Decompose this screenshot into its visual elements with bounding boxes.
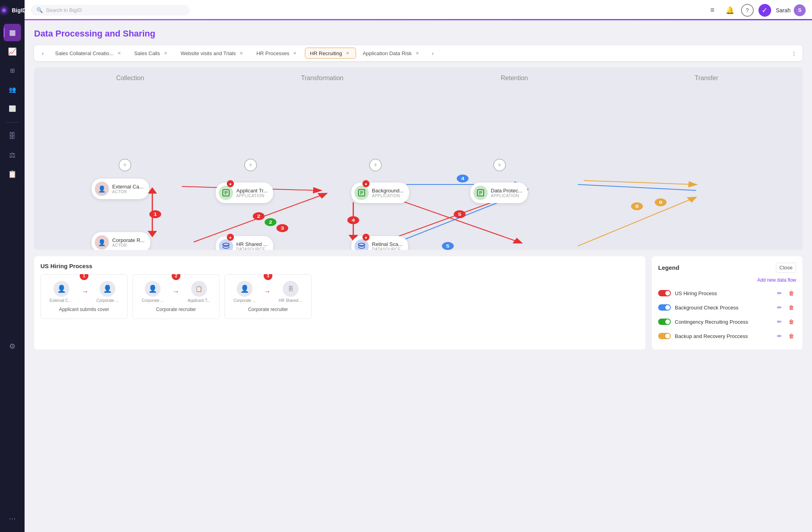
tab-close-app-data-risk[interactable]: ✕ — [414, 50, 420, 56]
check-icon[interactable]: ✓ — [758, 4, 771, 17]
node-icon-hr-shared — [219, 239, 233, 250]
legend-toggle-background-check[interactable] — [658, 304, 671, 311]
process-card-desc-1: Applicant submits cover — [46, 307, 123, 312]
tab-app-data-risk[interactable]: Application Data Risk ✕ — [358, 48, 426, 59]
node-text-corporate-r: Corporate R... ACTOR — [112, 237, 145, 248]
add-collection-button[interactable]: + — [119, 159, 131, 171]
legend-edit-backup[interactable]: ✏ — [775, 331, 784, 341]
sidebar-item-storage[interactable]: 🗄 — [4, 127, 21, 145]
add-transfer-button[interactable]: + — [493, 159, 506, 171]
tab-close-website-trials[interactable]: ✕ — [238, 50, 245, 56]
sidebar-item-compliance[interactable]: ⚖ — [4, 146, 21, 164]
tab-website-trials[interactable]: Website visits and Trials ✕ — [175, 48, 249, 59]
node-hr-shared[interactable]: ● HR Shared ... DATASOURCE — [216, 236, 273, 250]
tasks-icon: 📋 — [8, 170, 17, 179]
tab-hr-processes[interactable]: HR Processes ✕ — [251, 48, 303, 59]
pcn-label-from-1: External Ca... — [50, 298, 73, 303]
col-transformation: Transformation — [226, 75, 419, 82]
node-background[interactable]: ● Background... APPLICATION — [351, 182, 409, 203]
tab-sales-calls[interactable]: Sales Calls ✕ — [129, 48, 174, 59]
process-card-from-1: 👤 External Ca... — [50, 281, 73, 303]
col-collection: Collection — [34, 75, 226, 82]
node-applicant-tr[interactable]: ● Applicant Tr... APPLICATION — [216, 182, 273, 203]
sidebar-item-dashboard[interactable]: ▦ — [4, 24, 21, 41]
node-badge-hr-shared: ● — [227, 234, 234, 241]
svg-text:3: 3 — [281, 226, 284, 230]
tab-close-hr-processes[interactable]: ✕ — [292, 50, 298, 56]
tab-more-button[interactable]: ⋮ — [788, 48, 799, 59]
bell-icon[interactable]: 🔔 — [724, 4, 736, 17]
sidebar-item-structure[interactable]: ⬜ — [4, 100, 21, 117]
legend-toggle-contingency[interactable] — [658, 319, 671, 325]
svg-text:2: 2 — [269, 220, 272, 225]
legend-toggle-backup[interactable] — [658, 333, 671, 339]
process-card-badge-1: 1 — [80, 274, 88, 280]
user-menu[interactable]: Sarah S — [776, 4, 806, 16]
help-icon[interactable]: ? — [741, 4, 754, 17]
process-card-1[interactable]: 1 👤 External Ca... → 👤 Corporate ... — [40, 274, 128, 319]
legend-edit-background-check[interactable]: ✏ — [775, 303, 784, 312]
tab-label: Website visits and Trials — [180, 50, 236, 56]
sidebar-item-tasks[interactable]: 📋 — [4, 165, 21, 183]
process-card-flow-2: 👤 Corporate ... → 📋 Applicant T... — [138, 281, 214, 303]
pcn-icon-to-3: 🗄 — [283, 281, 299, 297]
process-card-desc-2: Corporate recruiter — [138, 307, 214, 312]
add-retention-button[interactable]: + — [369, 159, 382, 171]
tab-label: HR Processes — [257, 50, 289, 56]
node-corporate-r[interactable]: 👤 Corporate R... ACTOR — [92, 232, 150, 250]
svg-text:5: 5 — [458, 212, 461, 217]
node-external-ca[interactable]: 👤 External Ca... ACTOR — [92, 179, 149, 199]
legend-edit-contingency[interactable]: ✏ — [775, 317, 784, 326]
tab-hr-recruiting[interactable]: HR Recruiting ✕ — [305, 48, 356, 59]
pcn-icon-from-3: 👤 — [237, 281, 253, 297]
legend-close-button[interactable]: Close — [776, 263, 796, 273]
navbar: 🔍 Search in BigID ≡ 🔔 ? ✓ Sarah S — [25, 0, 812, 21]
tab-prev-button[interactable]: ‹ — [37, 48, 48, 59]
sidebar-item-settings[interactable]: ⚙ — [4, 338, 21, 355]
process-section: US Hiring Process 1 👤 External Ca... → — [34, 256, 645, 350]
username: Sarah — [776, 7, 791, 13]
add-transformation-button[interactable]: + — [244, 159, 257, 171]
legend-delete-us-hiring[interactable]: 🗑 — [787, 288, 796, 298]
menu-icon[interactable]: ≡ — [706, 4, 719, 17]
tab-close-sales-collateral[interactable]: ✕ — [116, 50, 122, 56]
search-icon: 🔍 — [36, 7, 43, 13]
sidebar-divider — [6, 122, 19, 123]
legend-delete-background-check[interactable]: 🗑 — [787, 303, 796, 312]
legend-section: Legend Close Add new data flow US Hiring… — [652, 256, 802, 350]
grid-icon: ⋯ — [9, 514, 16, 523]
legend-toggle-us-hiring[interactable] — [658, 290, 671, 296]
node-retinal-sca[interactable]: ● Retinal Sca... DATASOURCE — [351, 236, 408, 250]
legend-delete-backup[interactable]: 🗑 — [787, 331, 796, 341]
nav-icons: ≡ 🔔 ? ✓ Sarah S — [706, 4, 806, 17]
svg-text:5: 5 — [446, 244, 449, 248]
process-arrow-2: → — [172, 288, 179, 296]
flow-connections: 1 2 2 3 4 4 5 5 8 9 — [34, 67, 802, 250]
svg-text:1: 1 — [153, 212, 157, 217]
avatar: S — [794, 4, 806, 16]
process-cards: 1 👤 External Ca... → 👤 Corporate ... — [40, 274, 639, 319]
search-bar[interactable]: 🔍 Search in BigID — [31, 5, 190, 15]
pcn-icon-to-2: 📋 — [191, 281, 207, 297]
sidebar-item-analytics[interactable]: 📈 — [4, 43, 21, 60]
node-icon-background — [354, 186, 369, 200]
sidebar-item-map[interactable]: ⊞ — [4, 62, 21, 79]
process-card-from-3: 👤 Corporate ... — [234, 281, 256, 303]
tab-close-sales-calls[interactable]: ✕ — [162, 50, 169, 56]
search-placeholder: Search in BigID — [46, 7, 82, 13]
tab-sales-collateral[interactable]: Sales Collateral Creatio... ✕ — [50, 48, 127, 59]
legend-edit-us-hiring[interactable]: ✏ — [775, 288, 784, 298]
add-flow-link[interactable]: Add new data flow — [658, 277, 796, 283]
node-icon-corporate-r: 👤 — [95, 235, 109, 250]
sidebar: BigID ▦ 📈 ⊞ 👥 ⬜ 🗄 ⚖ 📋 ⚙ ⋯ — [0, 0, 25, 532]
legend-delete-contingency[interactable]: 🗑 — [787, 317, 796, 326]
tab-close-hr-recruiting[interactable]: ✕ — [345, 50, 351, 56]
sidebar-item-grid[interactable]: ⋯ — [4, 510, 21, 527]
svg-point-15 — [149, 210, 161, 218]
process-card-desc-3: Corporate recruiter — [230, 307, 306, 312]
tab-next-button[interactable]: › — [427, 48, 438, 59]
process-card-2[interactable]: 2 👤 Corporate ... → 📋 Applicant T... — [132, 274, 220, 319]
node-data-protec[interactable]: Data Protec... APPLICATION — [470, 182, 528, 203]
process-card-3[interactable]: 3 👤 Corporate ... → 🗄 HR Shared ... — [224, 274, 312, 319]
sidebar-item-users[interactable]: 👥 — [4, 81, 21, 98]
